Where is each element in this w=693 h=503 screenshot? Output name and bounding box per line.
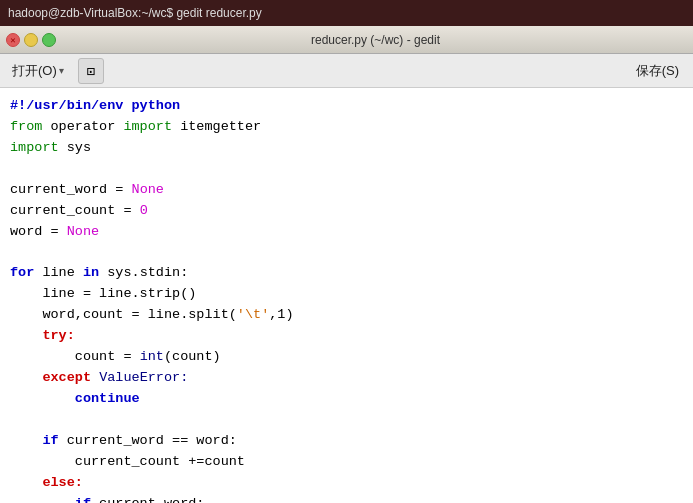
code-none2: None xyxy=(67,224,99,239)
terminal-titlebar: hadoop@zdb-VirtualBox:~/wc$ gedit reduce… xyxy=(0,0,693,26)
save-button[interactable]: 保存(S) xyxy=(626,58,689,84)
code-import-kw: import xyxy=(123,119,172,134)
code-int: int xyxy=(140,349,164,364)
gedit-window: ✕ reducer.py (~/wc) - gedit 打开(O) ▾ ⊡ 保存… xyxy=(0,26,693,503)
code-in: in xyxy=(83,265,99,280)
close-button[interactable]: ✕ xyxy=(6,33,20,47)
open-menu-arrow: ▾ xyxy=(59,65,64,76)
code-if2: if xyxy=(75,496,91,503)
code-for: for xyxy=(10,265,34,280)
gedit-menubar: 打开(O) ▾ ⊡ 保存(S) xyxy=(0,54,693,88)
code-if1: if xyxy=(42,433,58,448)
gedit-title: reducer.py (~/wc) - gedit xyxy=(64,33,687,47)
window-controls: ✕ xyxy=(6,33,56,47)
open-menu-label: 打开(O) xyxy=(12,62,57,80)
code-shebang: #!/usr/bin/env python xyxy=(10,98,180,113)
code-editor[interactable]: #!/usr/bin/env python from operator impo… xyxy=(0,88,693,503)
terminal-title: hadoop@zdb-VirtualBox:~/wc$ gedit reduce… xyxy=(8,6,262,20)
code-zero: 0 xyxy=(140,203,148,218)
code-none1: None xyxy=(132,182,164,197)
maximize-button[interactable] xyxy=(42,33,56,47)
code-else: else: xyxy=(42,475,83,490)
minimize-button[interactable] xyxy=(24,33,38,47)
code-except: except xyxy=(42,370,91,385)
code-from: from xyxy=(10,119,42,134)
open-menu[interactable]: 打开(O) ▾ xyxy=(4,58,72,84)
gedit-titlebar: ✕ reducer.py (~/wc) - gedit xyxy=(0,26,693,54)
code-import: import xyxy=(10,140,59,155)
code-str1: '\t' xyxy=(237,307,269,322)
code-try: try: xyxy=(42,328,74,343)
code-valueerror: ValueError: xyxy=(99,370,188,385)
code-continue: continue xyxy=(75,391,140,406)
toolbar-icon-save[interactable]: ⊡ xyxy=(78,58,104,84)
